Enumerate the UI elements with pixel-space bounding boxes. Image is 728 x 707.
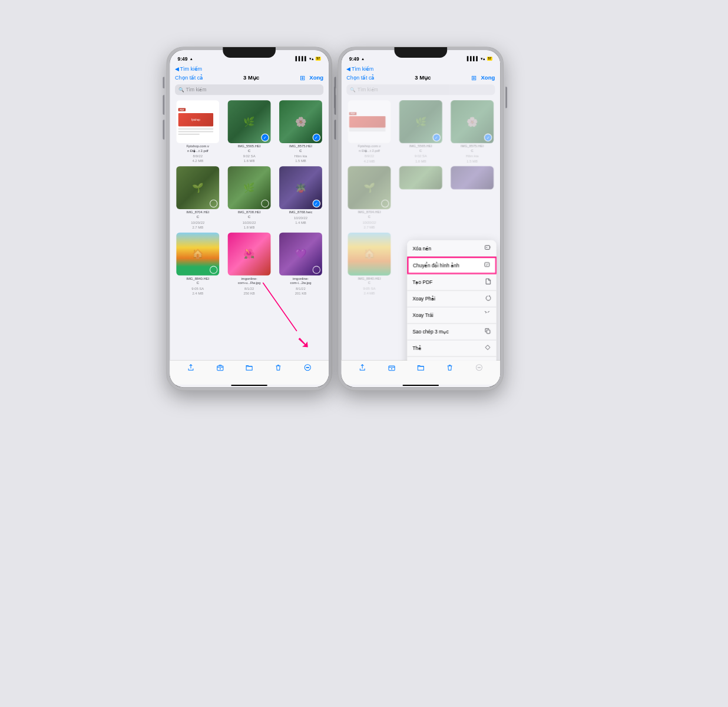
- menu-label: Xóa nền: [412, 245, 431, 251]
- trash-btn-right[interactable]: [446, 364, 454, 373]
- add-to-folder-btn[interactable]: [216, 364, 223, 373]
- done-btn-right[interactable]: Xong: [481, 75, 495, 81]
- file-size: 2.7 MB: [364, 225, 375, 229]
- trash-btn[interactable]: [274, 364, 282, 373]
- select-all-btn[interactable]: Chọn tất cả: [175, 75, 203, 81]
- svg-point-2: [306, 367, 307, 368]
- svg-point-13: [479, 367, 480, 368]
- file-item-imgonline2[interactable]: 💜 imgonline-com-i...2w.jpg 8/1/22 201 KB: [277, 232, 325, 295]
- silent-switch[interactable]: [163, 77, 164, 88]
- share-btn-right[interactable]: [359, 364, 366, 373]
- selection-toolbar: Chọn tất cả 3 Mục ⊞ Xong: [170, 74, 329, 84]
- file-date: 8/9/22: [365, 154, 374, 158]
- file-thumbnail-imgonline1: 🌺: [228, 232, 271, 275]
- file-name: imgonline-com-u...Rw.jpg: [238, 276, 261, 285]
- context-menu[interactable]: Xóa nền Chuyển đổi hình ảnh: [407, 240, 496, 361]
- menu-label: Thẻ: [412, 345, 421, 351]
- add-to-folder-btn-right[interactable]: [388, 364, 395, 373]
- status-person-right: ▲: [361, 57, 365, 61]
- menu-icon: [485, 278, 491, 286]
- volume-down-right[interactable]: [335, 120, 336, 140]
- menu-item-sao-chep[interactable]: Sao chép 3 mục: [407, 323, 496, 340]
- file-date: 10/20/22: [191, 220, 204, 224]
- more-btn-right[interactable]: [475, 364, 482, 373]
- menu-item-xoay-trai[interactable]: Xoay Trái: [407, 307, 496, 323]
- file-item-img8575-right: 🌸 ✓ IMG_8575.HEIC Hôm kia 1.5 MB: [448, 100, 497, 163]
- search-bar[interactable]: 🔍 Tìm kiếm: [175, 84, 323, 95]
- file-item-img8708[interactable]: 🌿 IMG_8708.HEIC 10/20/22 1.8 MB: [225, 166, 273, 229]
- menu-icon: [484, 311, 491, 319]
- menu-icon: [484, 344, 491, 352]
- file-item-img5565-right: 🌿 ✓ IMG_5565.HEIC 9:02 SA 1.6 MB: [396, 100, 445, 163]
- search-icon-right: 🔍: [350, 87, 356, 92]
- file-thumbnail-img8704: 🌱: [176, 166, 219, 209]
- search-icon: 🔍: [178, 87, 184, 92]
- search-placeholder-right[interactable]: Tìm kiếm: [358, 87, 378, 92]
- menu-icon: [484, 244, 491, 252]
- file-name: IMG_5565.HEIC: [238, 144, 261, 153]
- menu-item-thu-muc-moi[interactable]: Thư mục mới với 3 mục: [407, 356, 496, 360]
- menu-label: Sao chép 3 mục: [412, 329, 449, 335]
- selection-empty: [313, 266, 320, 273]
- bottom-toolbar-right: [341, 360, 500, 384]
- file-name: Fptshop.com.vn Điệ...t 2.pdf: [186, 144, 209, 153]
- file-size: 1.4 MB: [295, 221, 306, 225]
- file-thumbnail-pdf: PDF fptshop: [176, 100, 219, 143]
- file-size: 250 KB: [243, 291, 254, 295]
- status-person-icon: ▲: [190, 57, 193, 61]
- folder-btn[interactable]: [246, 364, 253, 373]
- svg-point-3: [307, 367, 308, 368]
- grid-view-btn[interactable]: ⊞: [300, 74, 305, 82]
- file-size: 2.7 MB: [192, 225, 203, 229]
- more-btn[interactable]: [304, 364, 311, 373]
- file-date: 9:05 SA: [363, 286, 375, 290]
- menu-item-xoa-nen[interactable]: Xóa nền: [407, 240, 496, 257]
- back-nav[interactable]: ◀ Tìm kiếm: [170, 65, 329, 74]
- file-item-img8768[interactable]: 🪴 ✓ IMG_8768.heic 10/20/22 1.4 MB: [277, 166, 325, 229]
- file-name: IMG_8704.HEIC: [186, 210, 209, 219]
- back-nav-right[interactable]: ◀ Tìm kiếm: [341, 65, 500, 74]
- file-name: IMG_8575.HEIC: [289, 144, 312, 153]
- home-indicator-right: [403, 385, 439, 386]
- search-input[interactable]: Tìm kiếm: [186, 87, 207, 92]
- back-label: Tìm kiếm: [180, 66, 202, 72]
- check-right: ✓: [432, 134, 440, 141]
- menu-icon: [484, 295, 491, 303]
- file-item-img8575[interactable]: 🌸 ✓ IMG_8575.HEIC Hôm kia 1.5 MB: [277, 100, 325, 163]
- menu-icon: [484, 328, 491, 336]
- file-item-partial1: [396, 166, 445, 229]
- svg-point-11: [478, 367, 478, 368]
- file-date: 10/20/22: [294, 216, 307, 220]
- phone-notch-right: [395, 47, 448, 58]
- file-name: IMG_8768.heic: [289, 210, 313, 215]
- volume-up-right[interactable]: [335, 95, 336, 115]
- file-date: 9:02 SA: [415, 154, 427, 158]
- menu-item-tao-pdf[interactable]: Tạo PDF: [407, 274, 496, 290]
- volume-down-button[interactable]: [163, 120, 164, 140]
- file-thumbnail-pdf-right: PDF: [348, 100, 391, 143]
- menu-item-chuyen-doi[interactable]: Chuyển đổi hình ảnh: [407, 257, 496, 275]
- file-item-pdf[interactable]: PDF fptshop Fptshop.com.vn Điệ...t 2.pdf…: [174, 100, 222, 163]
- done-btn[interactable]: Xong: [309, 75, 323, 81]
- volume-up-button[interactable]: [163, 95, 164, 115]
- file-item-img8840[interactable]: 🏠 IMG_8840.HEIC 9:05 SA 2.4 MB: [174, 232, 222, 295]
- power-button-right[interactable]: [505, 87, 507, 108]
- selection-check: ✓: [261, 134, 269, 141]
- file-name: IMG_8840.HEIC: [358, 276, 381, 285]
- select-all-btn-right[interactable]: Chọn tất cả: [346, 75, 375, 81]
- file-item-img8704[interactable]: 🌱 IMG_8704.HEIC 10/20/22 2.7 MB: [174, 166, 222, 229]
- file-date: 8/1/22: [244, 286, 254, 290]
- status-time-right: 9:49: [349, 56, 359, 62]
- folder-btn-right[interactable]: [417, 364, 424, 373]
- menu-label: Tạo PDF: [412, 279, 432, 285]
- menu-item-the[interactable]: Thẻ: [407, 340, 496, 356]
- menu-item-xoay-phai[interactable]: Xoay Phải: [407, 290, 496, 307]
- file-item-img8840-right: 🏠 IMG_8840.HEIC 9:05 SA 2.4 MB: [345, 232, 393, 295]
- file-name: IMG_8704.HEIC: [358, 210, 381, 219]
- file-item-img5565[interactable]: 🌿 ✓ IMG_5565.HEIC 9:02 SA 1.6 MB: [225, 100, 273, 163]
- search-bar-right[interactable]: 🔍 Tìm kiếm: [346, 84, 495, 95]
- grid-view-btn-right[interactable]: ⊞: [471, 74, 476, 82]
- silent-switch-right[interactable]: [335, 77, 336, 88]
- share-btn[interactable]: [187, 364, 194, 373]
- svg-point-4: [308, 367, 309, 368]
